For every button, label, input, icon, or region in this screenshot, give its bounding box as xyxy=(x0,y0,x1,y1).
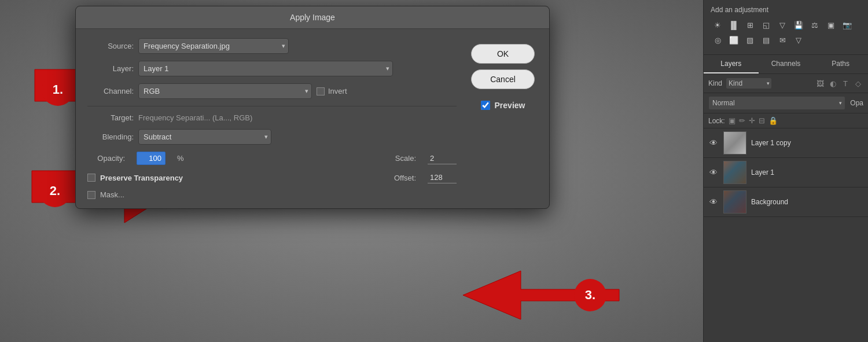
blend-mode-row: Normal Multiply Screen Opa xyxy=(704,93,868,113)
cancel-button[interactable]: Cancel xyxy=(471,69,535,89)
channel-label: Channel: xyxy=(87,87,134,95)
bw-icon[interactable]: ▣ xyxy=(824,19,838,31)
preview-checkbox[interactable] xyxy=(481,101,490,110)
layer-name-background: Background xyxy=(751,198,863,206)
blending-select[interactable]: Subtract Normal Multiply Screen Add xyxy=(138,129,271,145)
opacity-input[interactable] xyxy=(137,152,165,165)
layer-thumb-layer1 xyxy=(723,161,746,184)
layers-toolbar: Kind Kind 🖼 ◐ T ◇ xyxy=(704,74,868,93)
eye-icon-layer1copy[interactable]: 👁 xyxy=(708,138,719,148)
photo-filter-icon[interactable]: 📷 xyxy=(840,19,854,31)
invert-checkbox[interactable] xyxy=(317,87,325,95)
kind-label: Kind xyxy=(708,79,722,87)
source-select-wrapper[interactable]: Frequency Separation.jpg xyxy=(138,38,289,54)
filter-icons: 🖼 ◐ T ◇ xyxy=(815,78,863,89)
mask-label: Mask... xyxy=(100,190,124,199)
dialog-fields: Source: Frequency Separation.jpg Layer: xyxy=(87,38,457,199)
layer-item-layer1[interactable]: 👁 Layer 1 xyxy=(704,158,868,187)
levels-icon[interactable]: ▐▌ xyxy=(727,19,741,31)
layer-select[interactable]: Layer 1 Layer 1 copy Background xyxy=(138,61,393,76)
filter-image-icon[interactable]: 🖼 xyxy=(815,78,825,89)
channel-select[interactable]: RGB Red Green Blue xyxy=(138,83,312,99)
curves-icon[interactable]: ⊞ xyxy=(743,19,757,31)
channel-select-wrapper[interactable]: RGB Red Green Blue xyxy=(138,83,312,99)
target-value: Frequency Separati... (La..., RGB) xyxy=(138,113,252,122)
brightness-icon[interactable]: ☀ xyxy=(711,19,724,31)
balance-icon[interactable]: ⚖ xyxy=(808,19,822,31)
dialog-title-bar: Apply Image xyxy=(76,6,549,29)
selective-color-icon[interactable]: ▽ xyxy=(792,34,806,46)
exposure-icon[interactable]: ◱ xyxy=(759,19,773,31)
layer-name-layer1: Layer 1 xyxy=(751,168,863,176)
blending-label: Blending: xyxy=(87,133,134,141)
lock-move-icon[interactable]: ✛ xyxy=(749,116,755,125)
tab-channels[interactable]: Channels xyxy=(759,55,814,73)
kind-select[interactable]: Kind xyxy=(726,78,772,89)
panel-tabs: Layers Channels Paths xyxy=(704,55,868,74)
blending-row: Blending: Subtract Normal Multiply Scree… xyxy=(87,129,457,145)
layer-row: Layer: Layer 1 Layer 1 copy Background xyxy=(87,61,457,76)
dialog-box: Apply Image Source: Frequency Separation… xyxy=(75,6,550,209)
layer-select-wrapper[interactable]: Layer 1 Layer 1 copy Background xyxy=(138,61,393,76)
preview-row: Preview xyxy=(481,101,525,110)
preserve-checkbox[interactable] xyxy=(87,174,95,182)
mask-checkbox[interactable] xyxy=(87,191,95,199)
lock-all-icon[interactable]: 🔒 xyxy=(768,116,778,125)
canvas-area: 1. 2. 3. Apply Image Source: xyxy=(0,0,703,342)
filter-type-icon[interactable]: T xyxy=(840,78,851,89)
vibrance-icon[interactable]: ▽ xyxy=(775,19,789,31)
save-icon[interactable]: 💾 xyxy=(792,19,806,31)
preserve-offset-row: Preserve Transparency Offset: xyxy=(87,172,457,183)
layer-name-layer1copy: Layer 1 copy xyxy=(751,139,863,147)
dialog-actions: OK Cancel Preview xyxy=(468,38,538,199)
lock-artboard-icon[interactable]: ⊟ xyxy=(759,116,765,125)
percent-label: % xyxy=(177,154,184,163)
channel-row: Channel: RGB Red Green Blue Invert xyxy=(87,83,457,99)
blend-select-wrapper[interactable]: Normal Multiply Screen xyxy=(708,96,845,110)
source-select[interactable]: Frequency Separation.jpg xyxy=(138,38,289,54)
blending-select-wrapper[interactable]: Subtract Normal Multiply Screen Add xyxy=(138,129,271,145)
preserve-transparency-row[interactable]: Preserve Transparency xyxy=(87,174,183,182)
opacity-scale-row: Opacity: % Scale: xyxy=(87,152,457,165)
layers-list: 👁 Layer 1 copy 👁 Layer 1 👁 Background xyxy=(704,128,868,342)
eye-icon-layer1[interactable]: 👁 xyxy=(708,168,719,177)
lock-label: Lock: xyxy=(708,117,725,125)
dialog-body: Source: Frequency Separation.jpg Layer: xyxy=(76,29,549,208)
layer-thumb-background xyxy=(723,190,746,214)
filter-adjust-icon[interactable]: ◐ xyxy=(827,78,838,89)
ok-button[interactable]: OK xyxy=(471,44,535,64)
lock-row: Lock: ▣ ✏ ✛ ⊟ 🔒 xyxy=(704,113,868,128)
gradient-map-icon[interactable]: ✉ xyxy=(775,34,789,46)
offset-input[interactable] xyxy=(428,172,457,183)
source-label: Source: xyxy=(87,42,134,50)
layer-label: Layer: xyxy=(87,64,134,73)
divider-1 xyxy=(87,106,457,106)
preview-label: Preview xyxy=(495,101,525,110)
scale-input[interactable] xyxy=(428,153,457,164)
eye-icon-background[interactable]: 👁 xyxy=(708,197,719,207)
target-row: Target: Frequency Separati... (La..., RG… xyxy=(87,113,457,122)
kind-select-wrapper[interactable]: Kind xyxy=(726,78,772,89)
adjustment-icons: ☀ ▐▌ ⊞ ◱ ▽ 💾 ⚖ ▣ 📷 ◎ ⬜ ▨ ▤ ✉ ▽ xyxy=(711,19,861,46)
source-row: Source: Frequency Separation.jpg xyxy=(87,38,457,54)
invert-adj-icon[interactable]: ⬜ xyxy=(727,34,741,46)
invert-row[interactable]: Invert xyxy=(317,87,347,95)
layer-item-layer1copy[interactable]: 👁 Layer 1 copy xyxy=(704,128,868,158)
tab-paths[interactable]: Paths xyxy=(813,55,868,73)
filter-shape-icon[interactable]: ◇ xyxy=(853,78,863,89)
offset-label: Offset: xyxy=(394,174,416,182)
layer-item-background[interactable]: 👁 Background xyxy=(704,187,868,217)
tab-layers[interactable]: Layers xyxy=(704,55,759,73)
lock-paint-icon[interactable]: ✏ xyxy=(739,116,745,125)
layer-thumb-layer1copy xyxy=(723,131,746,155)
channel-mixer-icon[interactable]: ◎ xyxy=(711,34,724,46)
mask-row: Mask... xyxy=(87,190,457,199)
posterize-icon[interactable]: ▨ xyxy=(743,34,757,46)
lock-transparency-icon[interactable]: ▣ xyxy=(729,116,735,125)
dialog-title: Apply Image xyxy=(290,13,335,22)
opacity-label: Opacity: xyxy=(87,154,125,163)
invert-label-text: Invert xyxy=(328,87,347,95)
apply-image-dialog: Apply Image Source: Frequency Separation… xyxy=(75,6,550,209)
threshold-icon[interactable]: ▤ xyxy=(759,34,773,46)
blend-mode-select[interactable]: Normal Multiply Screen xyxy=(708,96,845,110)
